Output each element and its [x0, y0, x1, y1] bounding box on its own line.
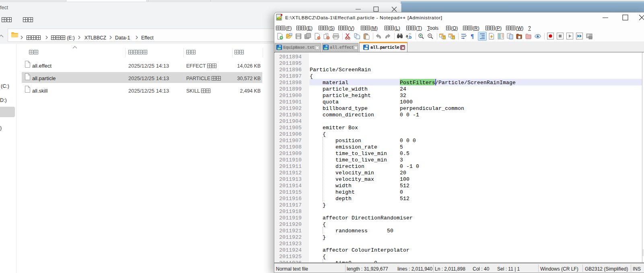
svg-text:b: b	[409, 35, 412, 39]
svg-text:¶: ¶	[471, 33, 474, 39]
svg-text:a: a	[406, 34, 408, 38]
